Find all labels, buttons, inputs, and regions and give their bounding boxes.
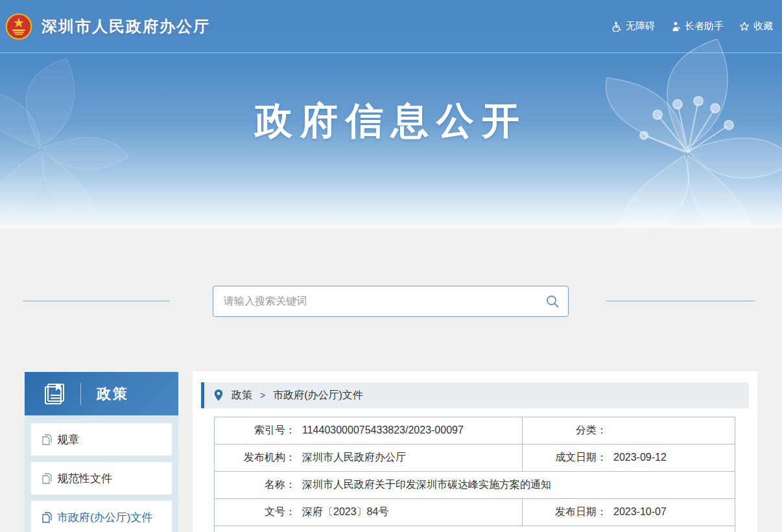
sidebar-item-label: 市政府(办公厅)文件 [57,510,152,525]
sidebar: 政策 规章 规范性文件 [25,372,178,532]
cell-document-name: 名称：深圳市人民政府关于印发深圳市碳达峰实施方案的通知 [215,472,735,499]
field-value: 2023-09-12 [613,452,667,463]
cell-publish-date: 发布日期：2023-10-07 [523,499,735,526]
cell-category: 分类： [523,417,735,445]
accessibility-link[interactable]: 无障碍 [611,20,655,32]
field-value: 114403000075433823/2023-00097 [302,424,464,435]
field-value: 深府〔2023〕84号 [302,506,388,517]
document-icon [42,473,52,484]
sidebar-header: 政策 [25,372,178,415]
sidebar-item-municipal-government-documents[interactable]: 市政府(办公厅)文件 [31,501,172,532]
wheelchair-icon [611,21,622,32]
search-button[interactable] [537,286,568,316]
field-value: 深圳市人民政府关于印发深圳市碳达峰实施方案的通知 [302,479,551,490]
elder-helper-link[interactable]: 长者助手 [670,20,724,32]
site-title: 深圳市人民政府办公厅 [41,16,210,37]
table-row: 文号：深府〔2023〕84号 发布日期：2023-10-07 [215,499,735,526]
search-icon [545,294,560,308]
favorite-label: 收藏 [753,20,773,32]
cell-issue-date: 成文日期：2023-09-12 [523,445,735,472]
national-emblem-logo [5,13,32,40]
field-label: 文号： [215,505,296,519]
breadcrumb: 政策 > 市政府(办公厅)文件 [201,382,749,408]
top-bar: 深圳市人民政府办公厅 无障碍 [0,0,782,53]
left-divider-line [23,301,170,301]
document-icon [42,434,52,445]
star-icon [739,21,750,32]
brand: 深圳市人民政府办公厅 [5,13,210,40]
field-label: 成文日期： [523,451,607,465]
location-pin-icon [213,389,224,402]
cell-document-number: 文号：深府〔2023〕84号 [215,499,523,526]
sidebar-item-label: 规范性文件 [57,471,112,486]
document-meta-table: 索引号：114403000075433823/2023-00097 分类： 发布… [214,417,735,532]
sidebar-item-normative-documents[interactable]: 规范性文件 [31,462,172,494]
page-title: 政府信息公开 [0,96,782,146]
breadcrumb-accent-bar [201,382,204,408]
page: 深圳市人民政府办公厅 无障碍 [0,0,782,532]
sidebar-header-divider [80,383,81,405]
sidebar-item-label: 规章 [57,432,79,447]
content-panel: 政策 > 市政府(办公厅)文件 索引号：114403000075433823/2… [193,371,757,532]
document-icon [42,512,52,523]
sidebar-menu: 规章 规范性文件 市政府(办公厅)文件 [25,415,178,532]
sidebar-title: 政策 [97,384,129,404]
field-label: 发布日期： [523,505,607,519]
search-input[interactable] [213,295,537,307]
accessibility-label: 无障碍 [626,20,655,32]
table-row [215,526,735,532]
field-label: 名称： [215,478,296,492]
cell-partial-row [215,526,735,532]
cell-index-number: 索引号：114403000075433823/2023-00097 [215,417,523,445]
book-icon [41,381,67,407]
elder-helper-label: 长者助手 [685,20,724,32]
table-row: 名称：深圳市人民政府关于印发深圳市碳达峰实施方案的通知 [215,472,735,499]
breadcrumb-item-current: 市政府(办公厅)文件 [273,389,363,402]
field-value: 2023-10-07 [613,506,667,517]
breadcrumb-separator: > [260,390,265,400]
right-divider-line [606,301,755,301]
table-row: 索引号：114403000075433823/2023-00097 分类： [215,417,735,445]
table-row: 发布机构：深圳市人民政府办公厅 成文日期：2023-09-12 [215,445,735,472]
top-links: 无障碍 长者助手 收藏 [611,20,773,32]
search-box [213,286,569,317]
field-value: 深圳市人民政府办公厅 [302,452,406,463]
hero-banner: 深圳市人民政府办公厅 无障碍 [0,0,782,228]
field-label: 分类： [523,424,607,437]
field-label: 发布机构： [215,451,296,465]
elder-helper-icon [670,21,681,32]
sidebar-item-regulations[interactable]: 规章 [31,423,172,456]
field-label: 索引号： [215,424,296,437]
favorite-link[interactable]: 收藏 [739,20,773,32]
breadcrumb-item-policy[interactable]: 政策 [231,389,252,402]
cell-issuing-agency: 发布机构：深圳市人民政府办公厅 [215,445,523,472]
